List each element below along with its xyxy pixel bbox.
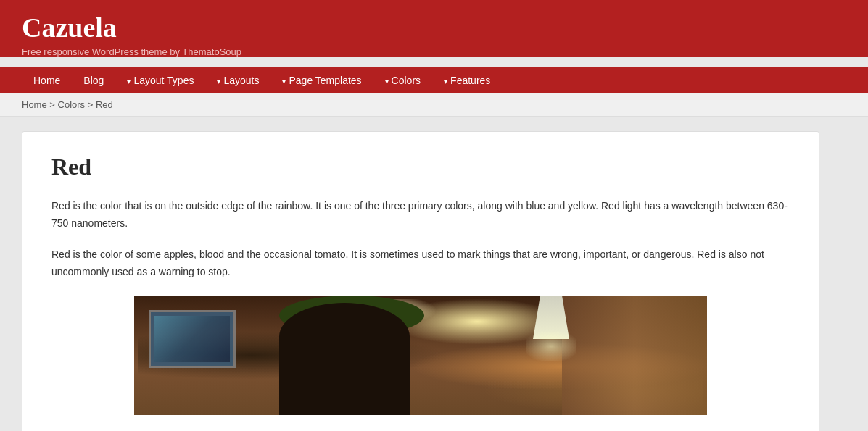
main-navigation: Home Blog ▾Layout Types ▾Layouts ▾Page T… xyxy=(0,67,868,93)
person-silhouette xyxy=(279,303,410,415)
light-glow xyxy=(526,332,576,361)
body-paragraph-1: Red is the color that is on the outside … xyxy=(51,198,790,233)
nav-item-home[interactable]: Home xyxy=(22,67,72,93)
nav-item-page-templates[interactable]: ▾Page Templates xyxy=(270,67,373,93)
page-title: Red xyxy=(51,154,790,180)
nav-item-features[interactable]: ▾Features xyxy=(432,67,502,93)
article-image xyxy=(134,296,707,415)
breadcrumb: Home > Colors > Red xyxy=(0,93,868,117)
site-tagline: Free responsive WordPress theme by Thema… xyxy=(22,46,846,57)
content-card: Red Red is the color that is on the outs… xyxy=(22,131,819,431)
dropdown-arrow-icon: ▾ xyxy=(282,78,286,85)
nav-item-layouts[interactable]: ▾Layouts xyxy=(205,67,270,93)
dropdown-arrow-icon: ▾ xyxy=(127,78,131,85)
breadcrumb-current: Red xyxy=(96,99,113,110)
nav-item-colors[interactable]: ▾Colors xyxy=(373,67,432,93)
breadcrumb-home[interactable]: Home xyxy=(22,99,47,110)
body-paragraph-2: Red is the color of some apples, blood a… xyxy=(51,246,790,281)
dropdown-arrow-icon: ▾ xyxy=(217,78,220,85)
tv-decoration xyxy=(149,310,236,368)
dropdown-arrow-icon: ▾ xyxy=(444,78,447,85)
breadcrumb-colors[interactable]: Colors xyxy=(58,99,86,110)
breadcrumb-separator: > xyxy=(49,99,57,110)
site-title: Cazuela xyxy=(22,13,846,43)
breadcrumb-separator: > xyxy=(88,99,96,110)
wood-background xyxy=(562,296,707,415)
nav-item-layout-types[interactable]: ▾Layout Types xyxy=(115,67,205,93)
nav-item-blog[interactable]: Blog xyxy=(72,67,115,93)
main-content: Red Red is the color that is on the outs… xyxy=(0,117,868,431)
dropdown-arrow-icon: ▾ xyxy=(385,78,389,85)
